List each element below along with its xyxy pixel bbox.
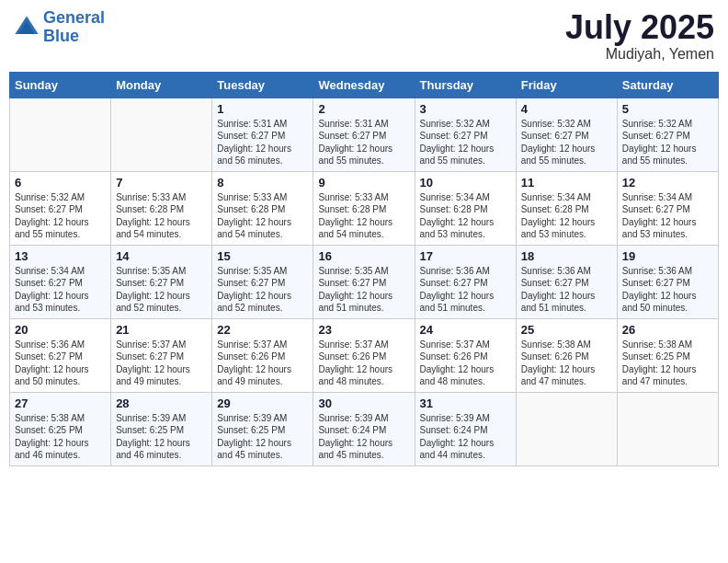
calendar-cell: 12Sunrise: 5:34 AM Sunset: 6:27 PM Dayli… bbox=[617, 171, 718, 245]
day-number: 15 bbox=[217, 249, 308, 263]
day-number: 11 bbox=[521, 176, 612, 190]
day-number: 3 bbox=[420, 102, 511, 116]
day-detail: Sunrise: 5:32 AM Sunset: 6:27 PM Dayligh… bbox=[622, 118, 713, 167]
weekday-header-sunday: Sunday bbox=[10, 72, 111, 98]
weekday-header-monday: Monday bbox=[111, 72, 212, 98]
day-number: 28 bbox=[116, 396, 207, 410]
day-detail: Sunrise: 5:39 AM Sunset: 6:24 PM Dayligh… bbox=[318, 412, 409, 462]
day-number: 12 bbox=[622, 176, 713, 190]
day-number: 23 bbox=[318, 323, 409, 337]
calendar-cell: 2Sunrise: 5:31 AM Sunset: 6:27 PM Daylig… bbox=[313, 98, 415, 171]
day-detail: Sunrise: 5:35 AM Sunset: 6:27 PM Dayligh… bbox=[217, 265, 308, 315]
calendar-cell: 21Sunrise: 5:37 AM Sunset: 6:27 PM Dayli… bbox=[111, 318, 212, 392]
week-row-4: 20Sunrise: 5:36 AM Sunset: 6:27 PM Dayli… bbox=[10, 318, 719, 392]
day-number: 2 bbox=[318, 102, 409, 116]
day-detail: Sunrise: 5:34 AM Sunset: 6:28 PM Dayligh… bbox=[420, 191, 511, 241]
calendar-cell: 19Sunrise: 5:36 AM Sunset: 6:27 PM Dayli… bbox=[617, 245, 718, 318]
day-detail: Sunrise: 5:36 AM Sunset: 6:27 PM Dayligh… bbox=[420, 265, 511, 315]
logo: General Blue bbox=[14, 9, 105, 46]
day-number: 4 bbox=[521, 102, 612, 116]
calendar-cell: 28Sunrise: 5:39 AM Sunset: 6:25 PM Dayli… bbox=[111, 392, 212, 465]
calendar-cell: 25Sunrise: 5:38 AM Sunset: 6:26 PM Dayli… bbox=[516, 318, 617, 392]
calendar-cell bbox=[617, 392, 718, 465]
day-detail: Sunrise: 5:37 AM Sunset: 6:26 PM Dayligh… bbox=[217, 339, 308, 388]
calendar-cell: 5Sunrise: 5:32 AM Sunset: 6:27 PM Daylig… bbox=[617, 98, 718, 171]
weekday-header-thursday: Thursday bbox=[415, 72, 516, 98]
calendar-cell: 15Sunrise: 5:35 AM Sunset: 6:27 PM Dayli… bbox=[212, 245, 313, 318]
calendar-cell bbox=[10, 98, 111, 171]
day-number: 9 bbox=[318, 176, 409, 190]
calendar-cell: 3Sunrise: 5:32 AM Sunset: 6:27 PM Daylig… bbox=[415, 98, 516, 171]
day-detail: Sunrise: 5:38 AM Sunset: 6:26 PM Dayligh… bbox=[521, 339, 612, 388]
day-number: 14 bbox=[116, 249, 207, 263]
calendar-cell bbox=[516, 392, 617, 465]
calendar-cell: 17Sunrise: 5:36 AM Sunset: 6:27 PM Dayli… bbox=[415, 245, 516, 318]
day-detail: Sunrise: 5:39 AM Sunset: 6:24 PM Dayligh… bbox=[420, 412, 511, 462]
calendar-cell: 27Sunrise: 5:38 AM Sunset: 6:25 PM Dayli… bbox=[10, 392, 111, 465]
calendar-cell: 9Sunrise: 5:33 AM Sunset: 6:28 PM Daylig… bbox=[313, 171, 415, 245]
day-detail: Sunrise: 5:36 AM Sunset: 6:27 PM Dayligh… bbox=[521, 265, 612, 315]
day-number: 22 bbox=[217, 323, 308, 337]
calendar-cell: 13Sunrise: 5:34 AM Sunset: 6:27 PM Dayli… bbox=[10, 245, 111, 318]
day-detail: Sunrise: 5:37 AM Sunset: 6:27 PM Dayligh… bbox=[116, 339, 207, 388]
calendar-cell: 8Sunrise: 5:33 AM Sunset: 6:28 PM Daylig… bbox=[212, 171, 313, 245]
day-detail: Sunrise: 5:39 AM Sunset: 6:25 PM Dayligh… bbox=[217, 412, 308, 462]
calendar-cell: 6Sunrise: 5:32 AM Sunset: 6:27 PM Daylig… bbox=[10, 171, 111, 245]
day-detail: Sunrise: 5:38 AM Sunset: 6:25 PM Dayligh… bbox=[15, 412, 106, 462]
logo-text: General Blue bbox=[43, 9, 105, 46]
calendar-cell: 23Sunrise: 5:37 AM Sunset: 6:26 PM Dayli… bbox=[313, 318, 415, 392]
calendar-cell: 30Sunrise: 5:39 AM Sunset: 6:24 PM Dayli… bbox=[313, 392, 415, 465]
day-number: 13 bbox=[15, 249, 106, 263]
day-detail: Sunrise: 5:33 AM Sunset: 6:28 PM Dayligh… bbox=[318, 191, 409, 241]
day-detail: Sunrise: 5:38 AM Sunset: 6:25 PM Dayligh… bbox=[622, 339, 713, 388]
day-detail: Sunrise: 5:31 AM Sunset: 6:27 PM Dayligh… bbox=[217, 118, 308, 167]
day-detail: Sunrise: 5:36 AM Sunset: 6:27 PM Dayligh… bbox=[622, 265, 713, 315]
day-number: 10 bbox=[420, 176, 511, 190]
calendar-cell bbox=[111, 98, 212, 171]
location-title: Mudiyah, Yemen bbox=[565, 46, 714, 63]
calendar-cell: 10Sunrise: 5:34 AM Sunset: 6:28 PM Dayli… bbox=[415, 171, 516, 245]
calendar-cell: 31Sunrise: 5:39 AM Sunset: 6:24 PM Dayli… bbox=[415, 392, 516, 465]
calendar-cell: 22Sunrise: 5:37 AM Sunset: 6:26 PM Dayli… bbox=[212, 318, 313, 392]
day-detail: Sunrise: 5:36 AM Sunset: 6:27 PM Dayligh… bbox=[15, 339, 106, 388]
week-row-5: 27Sunrise: 5:38 AM Sunset: 6:25 PM Dayli… bbox=[10, 392, 719, 465]
weekday-header-row: SundayMondayTuesdayWednesdayThursdayFrid… bbox=[10, 72, 719, 98]
calendar-table: SundayMondayTuesdayWednesdayThursdayFrid… bbox=[9, 72, 719, 466]
calendar-cell: 16Sunrise: 5:35 AM Sunset: 6:27 PM Dayli… bbox=[313, 245, 415, 318]
weekday-header-friday: Friday bbox=[516, 72, 617, 98]
calendar-cell: 1Sunrise: 5:31 AM Sunset: 6:27 PM Daylig… bbox=[212, 98, 313, 171]
weekday-header-saturday: Saturday bbox=[617, 72, 718, 98]
day-number: 30 bbox=[318, 396, 409, 410]
page-header: General Blue July 2025 Mudiyah, Yemen bbox=[9, 9, 719, 63]
calendar-cell: 7Sunrise: 5:33 AM Sunset: 6:28 PM Daylig… bbox=[111, 171, 212, 245]
day-number: 8 bbox=[217, 176, 308, 190]
day-number: 19 bbox=[622, 249, 713, 263]
calendar-cell: 14Sunrise: 5:35 AM Sunset: 6:27 PM Dayli… bbox=[111, 245, 212, 318]
day-number: 16 bbox=[318, 249, 409, 263]
logo-line1: General bbox=[43, 8, 105, 27]
logo-icon bbox=[14, 15, 40, 40]
calendar-cell: 11Sunrise: 5:34 AM Sunset: 6:28 PM Dayli… bbox=[516, 171, 617, 245]
day-number: 25 bbox=[521, 323, 612, 337]
title-block: July 2025 Mudiyah, Yemen bbox=[565, 9, 714, 63]
day-detail: Sunrise: 5:31 AM Sunset: 6:27 PM Dayligh… bbox=[318, 118, 409, 167]
day-number: 7 bbox=[116, 176, 207, 190]
day-number: 18 bbox=[521, 249, 612, 263]
day-detail: Sunrise: 5:34 AM Sunset: 6:27 PM Dayligh… bbox=[622, 191, 713, 241]
day-detail: Sunrise: 5:34 AM Sunset: 6:28 PM Dayligh… bbox=[521, 191, 612, 241]
day-number: 17 bbox=[420, 249, 511, 263]
calendar-cell: 24Sunrise: 5:37 AM Sunset: 6:26 PM Dayli… bbox=[415, 318, 516, 392]
day-number: 24 bbox=[420, 323, 511, 337]
day-number: 26 bbox=[622, 323, 713, 337]
day-number: 6 bbox=[15, 176, 106, 190]
day-number: 1 bbox=[217, 102, 308, 116]
day-detail: Sunrise: 5:33 AM Sunset: 6:28 PM Dayligh… bbox=[217, 191, 308, 241]
calendar-cell: 4Sunrise: 5:32 AM Sunset: 6:27 PM Daylig… bbox=[516, 98, 617, 171]
day-detail: Sunrise: 5:35 AM Sunset: 6:27 PM Dayligh… bbox=[318, 265, 409, 315]
day-detail: Sunrise: 5:32 AM Sunset: 6:27 PM Dayligh… bbox=[420, 118, 511, 167]
week-row-3: 13Sunrise: 5:34 AM Sunset: 6:27 PM Dayli… bbox=[10, 245, 719, 318]
day-detail: Sunrise: 5:32 AM Sunset: 6:27 PM Dayligh… bbox=[15, 191, 106, 241]
day-number: 29 bbox=[217, 396, 308, 410]
day-detail: Sunrise: 5:34 AM Sunset: 6:27 PM Dayligh… bbox=[15, 265, 106, 315]
calendar-cell: 20Sunrise: 5:36 AM Sunset: 6:27 PM Dayli… bbox=[10, 318, 111, 392]
